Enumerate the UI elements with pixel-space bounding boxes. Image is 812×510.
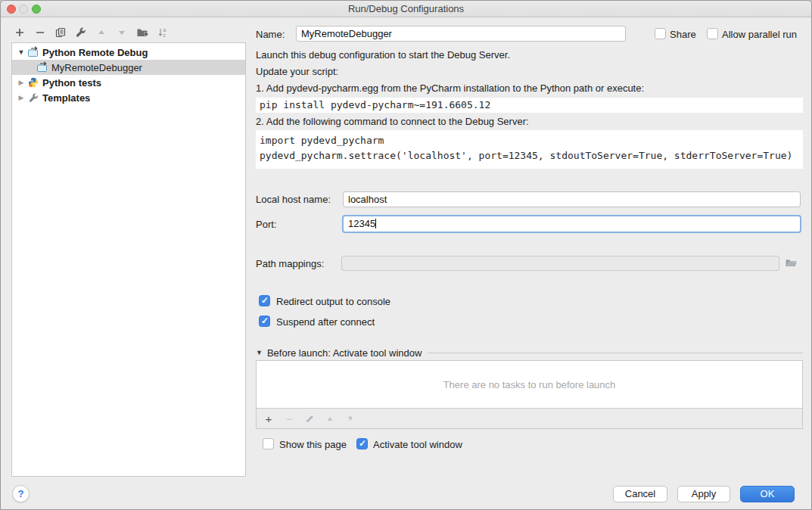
show-this-page-label[interactable]: Show this page	[279, 439, 347, 451]
redirect-output-checkbox[interactable]	[259, 295, 270, 306]
minus-icon	[35, 27, 45, 38]
before-launch-panel: There are no tasks to run before launch …	[256, 360, 803, 429]
folder-plus-icon	[136, 27, 148, 38]
move-task-up-button: ▲	[324, 412, 336, 424]
svg-text:z: z	[163, 33, 166, 38]
move-up-button	[93, 24, 110, 41]
tree-item-label: Python tests	[42, 77, 101, 89]
suspend-after-connect-checkbox[interactable]	[259, 316, 270, 327]
new-folder-button[interactable]	[134, 24, 151, 41]
before-launch-toolbar: + − ▲ ▼	[257, 409, 802, 428]
move-task-down-button: ▼	[344, 412, 356, 424]
tree-toolbar: az	[11, 23, 171, 42]
ok-button[interactable]: OK	[740, 486, 795, 502]
tree-item-python-tests[interactable]: ▶ Python tests	[12, 75, 245, 90]
instruction-step-1: 1. Add pydevd-pycharm.egg from the PyCha…	[256, 82, 644, 95]
local-host-name-label: Local host name:	[256, 194, 331, 206]
wrench-icon	[76, 27, 86, 38]
path-mappings-label: Path mappings:	[256, 258, 324, 270]
tree-item-label: Python Remote Debug	[42, 47, 148, 58]
instruction-step-2: 2. Add the following command to connect …	[256, 116, 529, 128]
browse-path-mappings-button[interactable]	[785, 257, 798, 269]
expand-arrow-icon[interactable]: ▶	[17, 94, 26, 101]
tree-item-myremotedebugger[interactable]: MyRemoteDebugger	[12, 60, 245, 75]
before-launch-empty-text: There are no tasks to run before launch	[257, 361, 802, 409]
code-import-line: import pydevd_pycharm	[260, 135, 384, 146]
down-arrow-icon: ▼	[347, 415, 354, 422]
activate-tool-window-label[interactable]: Activate tool window	[373, 439, 462, 451]
apply-button[interactable]: Apply	[677, 486, 730, 502]
remove-configuration-button[interactable]	[32, 24, 48, 41]
tree-item-python-remote-debug[interactable]: ▼ Python Remote Debug	[12, 45, 245, 60]
wrench-icon	[27, 92, 39, 104]
before-launch-title: Before launch: Activate tool window	[267, 347, 422, 359]
share-checkbox[interactable]	[655, 28, 666, 39]
plus-icon: +	[266, 412, 272, 425]
titlebar: Run/Debug Configurations	[1, 1, 811, 17]
instruction-line-2: Update your script:	[256, 66, 338, 78]
instruction-line-1: Launch this debug configuration to start…	[256, 49, 510, 61]
up-arrow-icon	[96, 27, 107, 38]
tree-item-label: MyRemoteDebugger	[51, 62, 142, 73]
add-task-button[interactable]: +	[263, 412, 275, 424]
sort-configurations-button[interactable]: az	[154, 24, 171, 41]
pip-install-code: pip install pydevd-pycharm~=191.6605.12	[256, 98, 803, 113]
allow-parallel-run-checkbox[interactable]	[707, 28, 718, 39]
python-tests-icon	[27, 76, 39, 89]
tree-item-templates[interactable]: ▶ Templates	[12, 90, 245, 105]
copy-icon	[55, 27, 66, 38]
move-down-button	[114, 24, 130, 41]
text-caret	[375, 219, 376, 229]
collapse-arrow-icon: ▼	[256, 349, 263, 356]
remove-task-button: −	[283, 412, 295, 424]
settrace-code-block: import pydevd_pycharmpydevd_pycharm.sett…	[256, 130, 803, 169]
cancel-button[interactable]: Cancel	[613, 486, 667, 502]
allow-parallel-run-label[interactable]: Allow parallel run	[722, 29, 797, 41]
collapse-arrow-icon[interactable]: ▼	[17, 48, 26, 56]
window-title: Run/Debug Configurations	[1, 3, 811, 14]
remote-debug-icon	[36, 61, 48, 73]
copy-configuration-button[interactable]	[52, 24, 69, 41]
edit-task-button	[303, 412, 316, 424]
plus-icon	[14, 27, 25, 38]
suspend-after-connect-label[interactable]: Suspend after connect	[276, 316, 375, 328]
code-settrace-line: pydevd_pycharm.settrace('localhost', por…	[260, 150, 792, 161]
question-mark-icon: ?	[18, 488, 24, 499]
port-label: Port:	[256, 219, 276, 231]
edit-templates-button[interactable]	[73, 24, 89, 41]
share-label[interactable]: Share	[670, 29, 696, 41]
sort-az-icon: az	[157, 27, 168, 38]
show-this-page-checkbox[interactable]	[263, 438, 274, 449]
expand-arrow-icon[interactable]: ▶	[17, 79, 26, 86]
path-mappings-input[interactable]	[341, 256, 779, 271]
local-host-name-input[interactable]: localhost	[343, 191, 801, 207]
configurations-tree: ▼ Python Remote Debug MyRemoteDebugger ▶…	[11, 42, 246, 477]
remote-debug-icon	[27, 46, 39, 58]
run-debug-configurations-dialog: Run/Debug Configurations az ▼	[0, 0, 812, 510]
minus-icon: −	[286, 412, 293, 425]
open-folder-icon	[785, 257, 798, 269]
up-arrow-icon: ▲	[327, 415, 334, 422]
down-arrow-icon	[117, 27, 127, 38]
before-launch-header[interactable]: ▼ Before launch: Activate tool window	[256, 347, 803, 359]
activate-tool-window-checkbox[interactable]	[356, 438, 368, 449]
help-button[interactable]: ?	[12, 485, 30, 502]
name-input[interactable]: MyRemoteDebugger	[296, 26, 626, 42]
redirect-output-label[interactable]: Redirect output to console	[276, 296, 390, 308]
tree-item-label: Templates	[42, 92, 90, 104]
port-input[interactable]: 12345	[342, 215, 801, 233]
name-label: Name:	[256, 29, 285, 41]
pencil-icon	[305, 414, 315, 424]
add-configuration-button[interactable]	[11, 24, 28, 41]
header-rule	[428, 353, 803, 353]
